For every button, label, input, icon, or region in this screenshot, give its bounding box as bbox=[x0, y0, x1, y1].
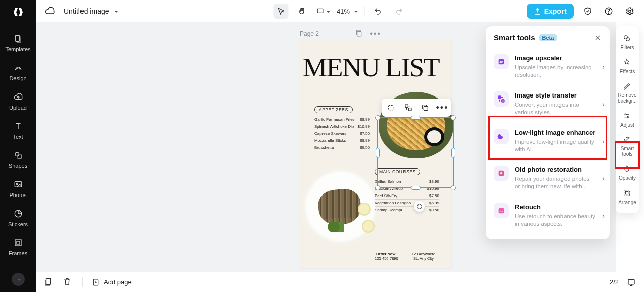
help-icon[interactable] bbox=[602, 4, 616, 18]
more-menu[interactable] bbox=[12, 273, 25, 286]
copy-icon[interactable] bbox=[420, 103, 430, 113]
resize-handle-r[interactable] bbox=[451, 148, 455, 158]
templates-icon bbox=[14, 34, 23, 44]
smart-tool-image-style-transfer[interactable]: Image style transferConvert your images … bbox=[486, 85, 610, 123]
more-icon[interactable]: ••• bbox=[437, 103, 447, 113]
nav-photos[interactable]: Photos bbox=[0, 175, 36, 204]
rail-adjust[interactable]: Adjust bbox=[616, 108, 639, 132]
resize-handle-b[interactable] bbox=[411, 186, 421, 190]
rail-effects[interactable]: Effects bbox=[616, 54, 639, 78]
smart-tool-low-light-image-enhancer[interactable]: Low-light image enhancerImprove low-ligh… bbox=[486, 123, 610, 160]
cursor-tool[interactable] bbox=[273, 4, 288, 19]
tool-desc: Repair your damaged photos or bring them… bbox=[515, 175, 595, 191]
resize-handle-l[interactable] bbox=[376, 148, 380, 158]
selection-box[interactable] bbox=[377, 117, 454, 188]
svg-rect-17 bbox=[409, 108, 411, 111]
rail-icon bbox=[623, 112, 632, 121]
svg-rect-21 bbox=[498, 96, 501, 99]
nav-shapes[interactable]: Shapes bbox=[0, 146, 36, 175]
menu-row: Caprese Skewers$7.50 bbox=[314, 130, 370, 137]
rail-label: Adjust bbox=[620, 122, 634, 128]
fish-image[interactable] bbox=[301, 167, 380, 246]
close-icon[interactable] bbox=[594, 34, 602, 42]
tool-icon bbox=[494, 166, 509, 181]
svg-point-5 bbox=[16, 68, 17, 69]
chevron-right-icon: › bbox=[602, 212, 605, 220]
tool-desc: Improve low-light image quality with AI. bbox=[515, 138, 595, 154]
document-title-text: Untitled image bbox=[64, 7, 109, 15]
top-right: Export bbox=[527, 4, 637, 19]
document-title[interactable]: Untitled image bbox=[64, 7, 118, 15]
tool-desc: Upscale images by increasing resolution. bbox=[515, 64, 595, 79]
menu-item-price: $7.50 bbox=[360, 131, 370, 136]
delete-icon[interactable] bbox=[63, 277, 73, 287]
rail-label: Opacity bbox=[619, 175, 636, 181]
nav-templates[interactable]: Templates bbox=[0, 29, 36, 58]
hand-tool[interactable] bbox=[294, 4, 309, 19]
pages-icon[interactable] bbox=[44, 277, 54, 287]
smart-tool-image-upscaler[interactable]: 4KImage upscalerUpscale images by increa… bbox=[486, 48, 610, 85]
resize-handle-bl[interactable] bbox=[375, 185, 380, 190]
rail-label: Arrange bbox=[618, 200, 636, 205]
duplicate-page-icon[interactable] bbox=[355, 29, 363, 38]
nav-stickers[interactable]: Stickers bbox=[0, 204, 36, 233]
zoom-value: 41% bbox=[337, 8, 350, 15]
resize-handle-tr[interactable] bbox=[451, 115, 456, 120]
menu-item-price: $9.50 bbox=[429, 208, 439, 212]
rail-opacity[interactable]: Opacity bbox=[616, 161, 639, 185]
svg-point-27 bbox=[624, 36, 628, 39]
tool-icon bbox=[494, 91, 509, 107]
page-indicator: 2/2 bbox=[610, 278, 619, 286]
resize-handle-tl[interactable] bbox=[375, 115, 380, 120]
zoom-level[interactable]: 41% bbox=[337, 8, 358, 15]
app-logo[interactable] bbox=[11, 5, 25, 19]
present-icon[interactable] bbox=[627, 278, 636, 287]
nav-upload[interactable]: Upload bbox=[0, 87, 36, 117]
export-button[interactable]: Export bbox=[527, 4, 574, 19]
rail-arrange[interactable]: Arrange bbox=[616, 185, 639, 209]
page-more-icon[interactable]: ••• bbox=[370, 29, 381, 38]
resize-handle-t[interactable] bbox=[411, 116, 421, 120]
menu-footer: Order Now:123-456-7890 123 AnywhereSt., … bbox=[375, 252, 435, 261]
svg-rect-18 bbox=[424, 106, 428, 110]
smart-tool-old-photo-restoration[interactable]: Old photo restorationRepair your damaged… bbox=[486, 160, 610, 197]
menu-row: Beef Stir-Fry$7.50 bbox=[375, 192, 439, 200]
svg-rect-0 bbox=[317, 9, 323, 13]
top-center-tools: 41% bbox=[273, 4, 407, 19]
smart-tool-retouch[interactable]: RetouchUse retouch to enhance beauty in … bbox=[486, 197, 610, 234]
text-icon bbox=[14, 122, 23, 132]
crop-icon[interactable] bbox=[386, 103, 396, 113]
cloud-sync-icon[interactable] bbox=[43, 4, 57, 18]
menu-item-price: $9.50 bbox=[360, 145, 370, 150]
tool-icon bbox=[494, 129, 509, 144]
settings-icon[interactable] bbox=[623, 4, 637, 18]
rotate-handle[interactable] bbox=[414, 201, 425, 212]
resize-handle-br[interactable] bbox=[451, 185, 456, 190]
replace-icon[interactable] bbox=[403, 103, 413, 113]
frames-icon bbox=[14, 238, 23, 248]
svg-point-7 bbox=[15, 152, 19, 156]
undo-button[interactable] bbox=[370, 4, 385, 19]
menu-item-price: $7.50 bbox=[429, 193, 439, 198]
svg-rect-22 bbox=[502, 100, 504, 102]
svg-rect-4 bbox=[15, 35, 19, 41]
svg-point-30 bbox=[627, 116, 629, 118]
export-label: Export bbox=[544, 7, 567, 15]
appetizers-section: APPETIZERS Garlic Parmesan Fries$8.99Spi… bbox=[314, 104, 370, 151]
rail-filters[interactable]: Filters bbox=[616, 30, 639, 54]
nav-frames[interactable]: Frames bbox=[0, 233, 36, 262]
rail-remove-backgr-[interactable]: Removebackgr... bbox=[616, 78, 639, 108]
frame-tool[interactable] bbox=[315, 4, 331, 19]
menu-item-name: Mozzarella Sticks bbox=[314, 138, 346, 143]
rail-smart-tools[interactable]: Smarttools bbox=[616, 132, 639, 161]
menu-item-price: $8.99 bbox=[360, 138, 370, 143]
beta-badge: Beta bbox=[539, 34, 557, 41]
rail-label: Smarttools bbox=[621, 146, 634, 157]
page-action-icons: ••• bbox=[355, 29, 381, 38]
redo-button[interactable] bbox=[391, 4, 407, 19]
nav-text[interactable]: Text bbox=[0, 117, 36, 146]
svg-point-29 bbox=[625, 114, 627, 115]
shield-icon[interactable] bbox=[581, 4, 595, 18]
nav-design[interactable]: Design bbox=[0, 58, 36, 87]
add-page-button[interactable]: Add page bbox=[92, 278, 132, 286]
